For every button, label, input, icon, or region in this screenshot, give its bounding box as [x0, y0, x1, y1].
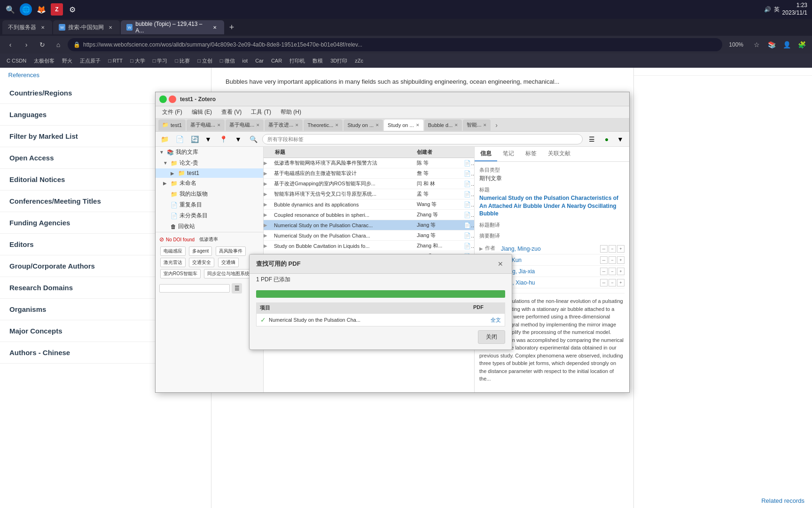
list-item-5[interactable]: ▶ Coupled resonance of bubbles in spheri… [264, 210, 474, 220]
bookmark-csdn[interactable]: CCSDN [4, 57, 29, 64]
ztab-related[interactable]: 关联文献 [542, 147, 576, 161]
tag-tongbu[interactable]: 同步定位与地图系统 [204, 269, 253, 278]
toolbar-search-mode[interactable]: ☰ [586, 133, 598, 145]
menu-tools[interactable]: 工具 (T) [247, 107, 275, 117]
bookmark-iot[interactable]: iot [240, 57, 251, 64]
author3-shrink[interactable]: ─ [600, 279, 608, 286]
tree-my-library[interactable]: ▼ 📚 我的文库 [156, 147, 263, 158]
author2-shrink[interactable]: ─ [600, 268, 608, 275]
toolbar-search-input[interactable] [262, 134, 583, 144]
pdf-close-button[interactable]: 关闭 [478, 330, 505, 344]
pdf-row0-status[interactable]: 全文 [491, 317, 501, 324]
address-bar[interactable]: 🔒 https://www.webofscience.com/wos/alldb… [68, 38, 722, 51]
tree-trash[interactable]: 🗑 回收站 [156, 221, 263, 232]
home-button[interactable]: ⌂ [52, 38, 65, 51]
list-item-2[interactable]: ▶ 基于改进Gmapping的室内ROS智能车同步... 闫 和 林 📄 [264, 179, 474, 189]
tree-unnamed[interactable]: ▶ 📁 未命名 [156, 178, 263, 189]
bookmark-zhengdian[interactable]: 正点原子 [77, 56, 103, 65]
author0-add[interactable]: + [617, 245, 625, 253]
list-item-3[interactable]: ▶ 智能车路环境下无信号交叉口引导原型系统... 孟 等 📄 [264, 189, 474, 199]
tag-gaofengxian[interactable]: 高风险事件 [216, 246, 246, 256]
ztab-6[interactable]: Study on ... ✕ [384, 119, 423, 131]
ztab-4[interactable]: Theoretic... ✕ [304, 119, 343, 131]
list-item-6[interactable]: ▶ Numerical Study on the Pulsation Chara… [264, 220, 474, 230]
author2-name[interactable]: Wang, Jia-xia [501, 268, 598, 275]
ztab3-close[interactable]: ✕ [295, 123, 299, 127]
ztab5-close[interactable]: ✕ [375, 123, 379, 127]
author0-remove[interactable]: − [609, 245, 616, 253]
tree-lunwen[interactable]: ▼ 📁 论文-贵 [156, 158, 263, 168]
bookmark-xuexi[interactable]: □ 学习 [150, 56, 171, 65]
tag-search-input[interactable] [159, 284, 230, 293]
collections-icon[interactable]: 📚 [765, 38, 778, 51]
zotero-taskbar-icon[interactable]: Z [51, 3, 63, 16]
bookmark-car2[interactable]: CAR [268, 57, 285, 64]
lang-indicator[interactable]: 英 [774, 6, 780, 14]
bookmark-rtt[interactable]: □ RTT [105, 57, 125, 64]
back-button[interactable]: ‹ [4, 38, 17, 51]
tag-duoagent[interactable]: 多agent [189, 246, 212, 256]
list-item-7[interactable]: ▶ Numerical Study on the Pulsation Chara… [264, 230, 474, 241]
ztab-info[interactable]: 信息 [475, 147, 497, 161]
tag-jiaotong-shang[interactable]: 交通熵 [218, 258, 239, 267]
bookmark-lichuang[interactable]: □ 立创 [195, 56, 215, 65]
edge-icon[interactable]: 🌐 [20, 3, 32, 16]
author1-remove[interactable]: − [609, 256, 616, 264]
related-records-link[interactable]: Related records [754, 493, 812, 508]
toolbar-sync-dropdown[interactable]: ▼ [202, 133, 214, 145]
tab3-close[interactable]: ✕ [211, 24, 219, 31]
list-item-0[interactable]: ▶ 低渗透率智能网络环境下高风险事件预警方法 陈 等 📄 [264, 158, 474, 168]
toolbar-new-item[interactable]: 📄 [173, 133, 186, 145]
ztab8-close[interactable]: ✕ [483, 123, 487, 127]
ztab-test1[interactable]: 📁 test1 [158, 119, 186, 131]
author3-add[interactable]: + [617, 279, 625, 286]
tag-jiaotong-anquan[interactable]: 交通安全 [189, 258, 214, 267]
author2-remove[interactable]: − [609, 268, 616, 275]
ztab-tags[interactable]: 标签 [520, 147, 542, 161]
tree-test1[interactable]: ▶ 📁 test1 [156, 168, 263, 178]
firefox-icon[interactable]: 🦊 [36, 4, 47, 15]
tab1-close[interactable]: ✕ [39, 24, 47, 31]
ztab-3[interactable]: 基于改进... ✕ [265, 119, 303, 131]
references-panel[interactable]: References [0, 68, 47, 82]
toolbar-sync[interactable]: 🔄 [188, 133, 201, 145]
bookmark-bisai[interactable]: □ 比赛 [172, 56, 193, 65]
toolbar-search-toggle[interactable]: 🔍 [247, 133, 259, 145]
extensions-icon[interactable]: 🧩 [795, 38, 808, 51]
author3-name[interactable]: Wen, Xiao-hu [501, 279, 598, 286]
bookmark-3dprint[interactable]: 3D打印 [328, 56, 350, 65]
toolbar-locate[interactable]: 📍 [217, 133, 229, 145]
ztab1-close[interactable]: ✕ [217, 123, 221, 127]
ztab-7[interactable]: Bubble d... ✕ [424, 119, 462, 131]
col-creator[interactable]: 创建者 [413, 149, 460, 156]
maximize-button[interactable] [159, 95, 167, 103]
tag-shineiros[interactable]: 室内ROS智能车 [160, 269, 201, 278]
pdf-dialog-close[interactable]: ✕ [496, 259, 505, 269]
tree-duplicates[interactable]: 📄 重复条目 [156, 199, 263, 210]
forward-button[interactable]: › [20, 38, 33, 51]
browser-tab-1[interactable]: 不到服务器 ✕ [2, 20, 52, 34]
profile-icon[interactable]: 👤 [780, 38, 793, 51]
bookmark-daxue[interactable]: □ 大学 [127, 56, 148, 65]
ztab4-close[interactable]: ✕ [335, 123, 339, 127]
settings-icon[interactable]: ⚙ [67, 4, 78, 15]
toolbar-new-folder[interactable]: 📁 [158, 133, 171, 145]
browser-tab-3[interactable]: W bubble (Topic) – 129,413 – A... ✕ [121, 20, 224, 34]
col-title[interactable]: 标题 [271, 149, 413, 156]
tree-publications[interactable]: 📁 我的出版物 [156, 189, 263, 199]
ztab-8[interactable]: 智能... ✕ [463, 119, 491, 131]
toolbar-online-dropdown[interactable]: ▼ [614, 133, 626, 145]
ztab2-close[interactable]: ✕ [256, 123, 260, 127]
tag-jiguang[interactable]: 激光雷达 [160, 258, 186, 267]
list-item-1[interactable]: ▶ 基于电磁感应的自主微迹智能车设计 詹 等 📄 [264, 168, 474, 179]
ztab-nav-right[interactable]: › [492, 120, 501, 130]
tree-unfiled[interactable]: 📄 未分类条目 [156, 210, 263, 221]
menu-view[interactable]: 查看 (V) [218, 107, 245, 117]
author3-remove[interactable]: − [609, 279, 616, 286]
toolbar-online[interactable]: ● [601, 133, 613, 145]
refresh-button[interactable]: ↻ [36, 38, 49, 51]
ztab-1[interactable]: 基于电磁... ✕ [187, 119, 225, 131]
author1-add[interactable]: + [617, 256, 625, 264]
author0-shrink[interactable]: ─ [600, 245, 608, 253]
tag-filter-button[interactable]: ☰ [232, 283, 242, 294]
